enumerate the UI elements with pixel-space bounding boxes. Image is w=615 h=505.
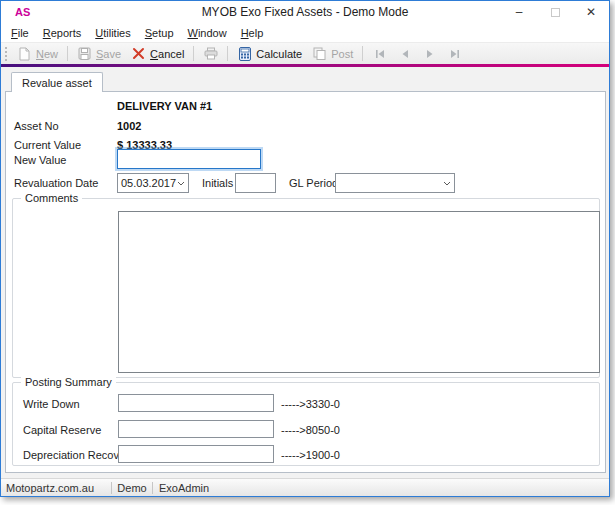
post-button[interactable]: Post — [307, 44, 358, 63]
asset-no-value: 1002 — [117, 120, 141, 132]
comments-group-label: Comments — [21, 192, 82, 204]
toolbar-separator — [193, 46, 194, 61]
depreciation-recovered-account: ----->1900-0 — [281, 449, 340, 461]
comments-groupbox: Comments — [12, 198, 600, 378]
cancel-button-label: Cancel — [150, 48, 184, 60]
menu-setup[interactable]: Setup — [138, 25, 181, 41]
save-floppy-icon — [77, 46, 92, 61]
minimize-button[interactable]: – — [501, 1, 537, 23]
title-bar: AS MYOB Exo Fixed Assets - Demo Mode – ✕ — [1, 1, 609, 23]
print-button[interactable] — [198, 44, 223, 63]
nav-first-button[interactable] — [367, 44, 392, 63]
new-value-label: New Value — [14, 154, 66, 166]
nav-next-icon — [422, 46, 437, 61]
capital-reserve-account: ----->8050-0 — [281, 424, 340, 436]
gl-period-label: GL Period — [289, 177, 338, 189]
post-button-label: Post — [331, 48, 353, 60]
save-button-label: Save — [96, 48, 121, 60]
status-bar: Motopartz.com.au Demo ExoAdmin — [1, 478, 609, 496]
asset-no-label: Asset No — [14, 120, 59, 132]
toolbar: New Save Cancel — [1, 43, 609, 64]
post-icon — [312, 46, 327, 61]
app-logo: AS — [15, 6, 30, 18]
initials-input[interactable] — [235, 173, 276, 193]
write-down-account: ----->3330-0 — [281, 398, 340, 410]
initials-label: Initials — [202, 177, 233, 189]
save-button[interactable]: Save — [72, 44, 126, 63]
new-button-label: New — [36, 48, 58, 60]
nav-prev-button[interactable] — [392, 44, 417, 63]
toolbar-separator — [362, 46, 363, 61]
maximize-icon — [551, 8, 560, 17]
toolbar-separator — [67, 46, 68, 61]
capital-reserve-label: Capital Reserve — [23, 424, 101, 436]
menu-reports[interactable]: Reports — [36, 25, 89, 41]
screen: AS MYOB Exo Fixed Assets - Demo Mode – ✕… — [0, 0, 615, 505]
nav-last-button[interactable] — [442, 44, 467, 63]
tab-revalue-asset[interactable]: Revalue asset — [11, 72, 103, 92]
status-mode: Demo — [112, 482, 152, 494]
toolbar-grip[interactable] — [5, 47, 8, 61]
content-area: Revalue asset DELIVERY VAN #1 Asset No 1… — [1, 67, 609, 478]
chevron-down-icon — [177, 181, 185, 186]
tab-revalue-asset-label: Revalue asset — [22, 77, 92, 89]
capital-reserve-input[interactable] — [118, 420, 274, 438]
status-user: ExoAdmin — [153, 482, 609, 494]
nav-first-icon — [372, 46, 387, 61]
toolbar-separator — [227, 46, 228, 61]
new-page-icon — [17, 46, 32, 61]
write-down-input[interactable] — [118, 394, 274, 412]
maximize-button[interactable] — [537, 1, 573, 23]
print-icon — [203, 46, 218, 61]
chevron-down-icon — [443, 181, 451, 186]
calculator-icon — [237, 46, 252, 61]
revaluation-date-combo[interactable]: 05.03.2017 — [117, 173, 189, 193]
close-button[interactable]: ✕ — [573, 1, 609, 23]
menu-help[interactable]: Help — [234, 25, 271, 41]
nav-next-button[interactable] — [417, 44, 442, 63]
asset-name: DELIVERY VAN #1 — [117, 100, 212, 112]
minimize-icon: – — [516, 5, 523, 19]
app-window: AS MYOB Exo Fixed Assets - Demo Mode – ✕… — [0, 0, 610, 497]
revalue-asset-panel: DELIVERY VAN #1 Asset No 1002 Current Va… — [5, 91, 606, 473]
posting-summary-group-label: Posting Summary — [21, 376, 116, 388]
menu-file[interactable]: File — [4, 25, 36, 41]
revaluation-date-value: 05.03.2017 — [121, 177, 176, 189]
write-down-label: Write Down — [23, 398, 80, 410]
cancel-x-icon — [131, 46, 146, 61]
window-controls: – ✕ — [501, 1, 609, 23]
revaluation-date-label: Revaluation Date — [14, 177, 98, 189]
depreciation-recovered-input[interactable] — [118, 445, 274, 463]
comments-textarea[interactable] — [118, 211, 600, 373]
new-button[interactable]: New — [12, 44, 63, 63]
menu-utilities[interactable]: Utilities — [88, 25, 137, 41]
current-value-label: Current Value — [14, 139, 81, 151]
new-value-input[interactable] — [117, 149, 261, 169]
nav-prev-icon — [397, 46, 412, 61]
gl-period-combo[interactable] — [335, 173, 455, 193]
cancel-button[interactable]: Cancel — [126, 44, 189, 63]
calculate-button[interactable]: Calculate — [232, 44, 307, 63]
menu-bar: File Reports Utilities Setup Window Help — [1, 23, 609, 43]
calculate-button-label: Calculate — [256, 48, 302, 60]
close-icon: ✕ — [586, 5, 596, 19]
status-site: Motopartz.com.au — [1, 482, 111, 494]
nav-last-icon — [447, 46, 462, 61]
posting-summary-groupbox: Posting Summary Write Down ----->3330-0 … — [12, 382, 600, 466]
menu-window[interactable]: Window — [181, 25, 234, 41]
